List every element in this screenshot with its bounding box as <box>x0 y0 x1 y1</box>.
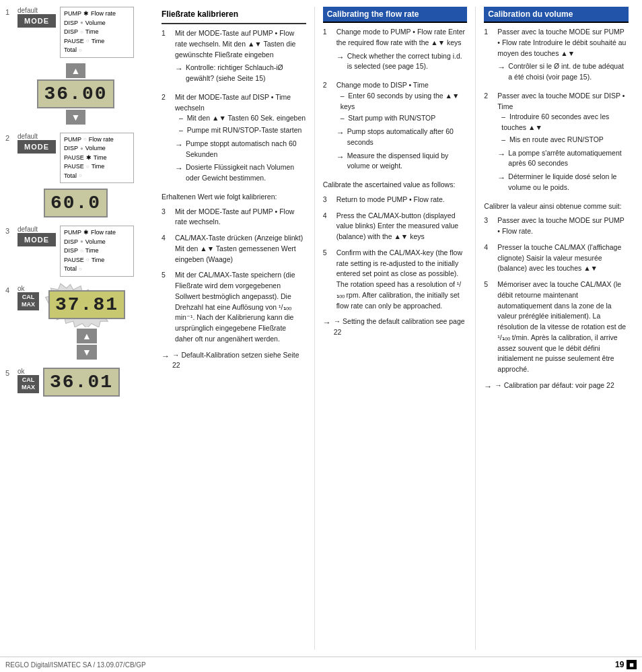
english-step-4: Press the CAL/MAX-button (displayed valu… <box>336 211 468 242</box>
device-step-3: 3 default MODE PUMP✱Flow rate DISP●Volum… <box>5 226 147 278</box>
column-german: Fließrate kalibrieren 1 Mit der MODE-Tas… <box>153 7 314 650</box>
columns-wrapper: Fließrate kalibrieren 1 Mit der MODE-Tas… <box>153 7 637 650</box>
footer-left: REGLO Digital/ISMATEC SA / 13.09.07/CB/G… <box>5 661 146 669</box>
col-header-german: Fließrate kalibrieren <box>162 7 306 24</box>
arrow-icon-e2a: → <box>336 127 345 139</box>
german-step-5: Mit der CAL/MAX-Taste speichern (die Fli… <box>175 270 306 344</box>
page-block-icon: ■ <box>627 660 637 669</box>
left-panel: 1 default MODE PUMP✱Flow rate DISP●Volum… <box>5 7 153 650</box>
german-step-num-2: 2 <box>162 92 171 187</box>
device-step-5: 5 ok CAL MAX 36.01 <box>5 368 147 398</box>
display-4: 37.81 <box>48 290 125 319</box>
column-english: Calibrating the flow rate 1 Change mode … <box>314 7 476 650</box>
french-note-1: Contrôler si le Ø int. de tube adéquat a… <box>508 61 629 83</box>
col-body-english: 1 Change mode to PUMP • Flow rate Enter … <box>323 27 468 338</box>
pump-info-1: PUMP✱Flow rate DISP●Volume DISP○Time PAU… <box>60 7 134 58</box>
mode-button-3[interactable]: MODE <box>17 233 56 246</box>
display-5: 36.01 <box>43 368 120 397</box>
arrow-icon-e2b: → <box>336 151 345 163</box>
french-interlude: Calibrer la valeur ainsi obtenue comme s… <box>484 201 629 212</box>
german-step-3: Mit der MODE-Taste auf PUMP • Flow rate … <box>175 207 306 228</box>
arrow-icon-f2a: → <box>497 148 505 160</box>
cal-max-button-5[interactable]: CAL MAX <box>17 375 39 393</box>
device-block-4: ok CAL MAX <box>17 285 131 360</box>
french-footer-note: → Calibration par défaut: voir page 22 <box>495 380 614 391</box>
display-2: 60.0 <box>44 189 108 217</box>
english-note-1: Check whether the correct tubing i.d. is… <box>347 51 468 73</box>
english-step-2: Change mode to DISP • Time – Enter 60 se… <box>336 80 468 174</box>
french-step-num-5: 5 <box>484 279 493 375</box>
device-block-3: default MODE PUMP✱Flow rate DISP●Volume … <box>17 226 134 277</box>
german-step-num-1: 1 <box>162 28 171 87</box>
label-default-1: default <box>17 7 56 14</box>
page-number: 19 ■ <box>615 660 637 669</box>
mode-button-2[interactable]: MODE <box>17 140 56 154</box>
arrow-icon-g1: → <box>175 63 183 75</box>
col-body-french: 1 Passer avec la touche MODE sur PUMP • … <box>484 27 629 393</box>
page-container: 1 default MODE PUMP✱Flow rate DISP●Volum… <box>0 0 642 672</box>
arrow-icon-f2b: → <box>497 172 505 184</box>
english-note-2a: Pump stops automatically after 60 second… <box>347 127 468 148</box>
arrow-icon-f1: → <box>497 61 505 73</box>
display-jagged-wrapper: 37.81 <box>48 290 125 319</box>
label-ok-4: ok <box>17 285 39 292</box>
arrow-icon-g2b: → <box>175 162 183 174</box>
cal-max-button-4[interactable]: CAL MAX <box>17 292 39 310</box>
german-step-1: Mit der MODE-Taste auf PUMP • Flow rate … <box>175 28 306 87</box>
label-default-3: default <box>17 226 56 233</box>
arrow-down-4[interactable]: ▼ <box>77 345 97 360</box>
english-note-2b: Measure the dispensed liquid by volume o… <box>347 151 468 172</box>
german-step-4: CAL/MAX-Taste drücken (Anzeige blinkt) M… <box>175 233 306 265</box>
col-header-english: Calibrating the flow rate <box>323 7 468 23</box>
english-step-3: Return to mode PUMP • Flow rate. <box>336 195 468 205</box>
page-footer: REGLO Digital/ISMATEC SA / 13.09.07/CB/G… <box>0 657 642 672</box>
arrow-icon-e1: → <box>336 51 345 63</box>
arrow-down-1[interactable]: ▼ <box>66 110 86 125</box>
device-block-1: default MODE PUMP✱Flow rate DISP●Volume … <box>17 7 134 125</box>
french-step-num-2: 2 <box>484 91 493 196</box>
german-footer-note: → Default-Kalibration setzen siehe Seite… <box>172 350 306 372</box>
english-footer-note: → Setting the default calibration see pa… <box>334 316 468 338</box>
step-num-2: 2 <box>5 134 13 142</box>
arrow-up-4[interactable]: ▲ <box>77 329 97 343</box>
english-step-num-4: 4 <box>323 211 332 242</box>
french-step-num-4: 4 <box>484 242 493 274</box>
arrow-up-1[interactable]: ▲ <box>66 63 86 78</box>
french-step-num-3: 3 <box>484 215 493 237</box>
french-step-1: Passer avec la touche MODE sur PUMP • Fl… <box>497 27 629 86</box>
label-default-2: default <box>17 133 56 140</box>
french-step-4: Presser la touche CAL/MAX (l'affichage c… <box>497 242 629 274</box>
german-note-1: Kontrolle: richtiger Schlauch-iØ gewählt… <box>186 63 306 84</box>
french-note-2a: La pompe s'arrête automatiquement après … <box>508 148 629 170</box>
french-note-2b: Déterminer le liquide dosé selon le volu… <box>508 172 629 193</box>
device-block-5: ok CAL MAX 36.01 <box>17 368 120 397</box>
col-header-french: Calibration du volume <box>484 7 629 23</box>
english-step-1: Change mode to PUMP • Flow rate Enter th… <box>336 27 468 75</box>
english-step-num-3: 3 <box>323 195 332 205</box>
english-interlude: Calibrate the ascertained value as follo… <box>323 180 468 191</box>
english-step-num-1: 1 <box>323 27 332 75</box>
mode-button-1[interactable]: MODE <box>17 14 56 28</box>
col-body-german: 1 Mit der MODE-Taste auf PUMP • Flow rat… <box>162 28 306 371</box>
german-note-2b: Dosierte Flüssigkeit nach Volumen oder G… <box>186 162 306 184</box>
device-step-2: 2 default MODE PUMP○Flow rate DISP●Volum… <box>5 133 147 220</box>
arrow-icon-g2a: → <box>175 139 183 151</box>
french-step-3: Passer avec la touche MODE sur PUMP • Fl… <box>497 215 629 237</box>
step-num-3: 3 <box>5 227 13 235</box>
french-step-num-1: 1 <box>484 27 493 86</box>
french-step-5: Mémoriser avec la touche CAL/MAX (le déb… <box>497 279 629 375</box>
german-step-num-3: 3 <box>162 207 171 228</box>
column-french: Calibration du volume 1 Passer avec la t… <box>475 7 637 650</box>
device-block-2: default MODE PUMP○Flow rate DISP●Volume … <box>17 133 134 218</box>
english-step-num-2: 2 <box>323 80 332 174</box>
main-content: 1 default MODE PUMP✱Flow rate DISP●Volum… <box>0 0 642 657</box>
english-step-num-5: 5 <box>323 248 332 312</box>
pump-info-2: PUMP○Flow rate DISP●Volume PAUSE✱Time PA… <box>60 133 134 184</box>
device-step-1: 1 default MODE PUMP✱Flow rate DISP●Volum… <box>5 7 147 126</box>
german-step-num-4: 4 <box>162 233 171 265</box>
device-step-4: 4 ok CAL MAX <box>5 285 147 361</box>
pump-info-3: PUMP✱Flow rate DISP●Volume DISP○Time PAU… <box>60 226 134 277</box>
step-num-1: 1 <box>5 8 13 16</box>
arrow-icon-e-footer: → <box>323 316 331 329</box>
step-num-4: 4 <box>5 286 13 294</box>
